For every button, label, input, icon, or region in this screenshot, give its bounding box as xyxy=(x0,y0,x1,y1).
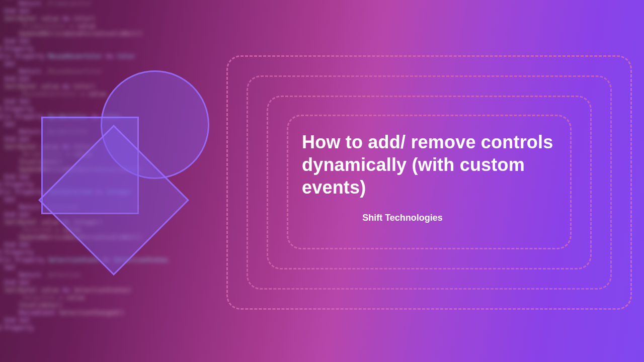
main-title: How to add/ remove controls dynamically … xyxy=(302,131,553,199)
thumbnail-card: Public Class ... Get Return _PrimaryColo… xyxy=(0,0,644,362)
subtitle: Shift Technologies xyxy=(302,213,503,223)
headline-block: How to add/ remove controls dynamically … xyxy=(302,131,553,223)
